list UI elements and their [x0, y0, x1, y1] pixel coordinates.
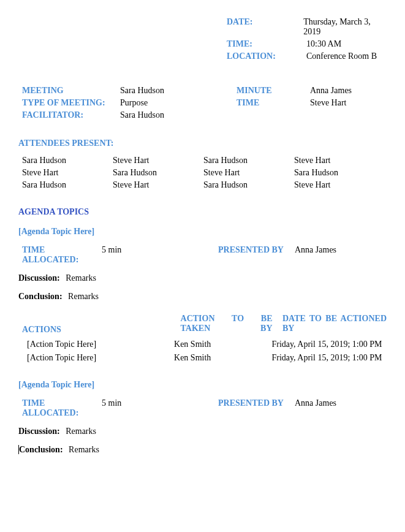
time-value: 10:30 AM — [306, 39, 341, 49]
conclusion-label: Conclusion: — [19, 445, 63, 454]
action-row: [Action Topic Here] Ken Smith Friday, Ap… — [18, 353, 387, 363]
attendee: Sara Hudson — [203, 156, 294, 165]
time-keeper-label: TIME — [237, 98, 310, 108]
conclusion-value: Remarks — [68, 292, 99, 301]
discussion-row: Discussion: Remarks — [18, 273, 387, 283]
attendee: Steve Hart — [203, 168, 294, 178]
attendee: Steve Hart — [22, 168, 113, 178]
discussion-value: Remarks — [66, 273, 96, 283]
meeting-meta: MEETING Sara Hudson MINUTE Anna James TY… — [22, 86, 387, 120]
time-allocated-label: TIME ALLOCATED: — [22, 245, 102, 265]
attendee: Sara Hudson — [113, 168, 203, 178]
minute-label: MINUTE — [237, 86, 310, 96]
actions-col-label: ACTIONS — [22, 325, 61, 335]
facilitator-value: Sara Hudson — [120, 110, 237, 120]
attendee: Steve Hart — [294, 156, 385, 165]
presented-by-value: Anna James — [295, 398, 336, 418]
attendees-list: Sara Hudson Steve Hart Sara Hudson Steve… — [22, 156, 387, 190]
conclusion-row: Conclusion: Remarks — [18, 292, 387, 302]
meeting-value: Sara Hudson — [120, 86, 237, 96]
discussion-label: Discussion: — [18, 427, 60, 436]
action-topic: [Action Topic Here] — [18, 340, 174, 349]
agenda-heading: AGENDA TOPICS — [18, 207, 387, 217]
type-value: Purpose — [120, 98, 237, 108]
attendees-heading: ATTENDEES PRESENT: — [18, 139, 387, 148]
attendee: Steve Hart — [113, 180, 203, 190]
facilitator-label: FACILITATOR: — [22, 110, 120, 120]
agenda-topic-title: [Agenda Topic Here] — [18, 227, 387, 237]
conclusion-label: Conclusion: — [18, 292, 62, 301]
attendee: Sara Hudson — [294, 168, 385, 178]
time-allocated-value: 5 min — [102, 398, 218, 418]
time-allocated-value: 5 min — [102, 245, 218, 265]
meeting-label: MEETING — [22, 86, 120, 96]
presented-by-label: PRESENTED BY — [218, 245, 295, 265]
type-label: TYPE OF MEETING: — [22, 98, 120, 108]
action-by: Ken Smith — [174, 353, 271, 363]
time-allocated-label: TIME ALLOCATED: — [22, 398, 102, 418]
action-row: [Action Topic Here] Ken Smith Friday, Ap… — [18, 340, 387, 349]
location-label: LOCATION: — [227, 51, 306, 61]
time-label: TIME: — [227, 39, 306, 49]
actions-section: ACTIONS ACTION TO BE TAKEN BY DATE TO BE… — [18, 314, 387, 363]
attendee: Sara Hudson — [203, 180, 294, 190]
location-value: Conference Room B — [306, 51, 377, 61]
action-topic: [Action Topic Here] — [18, 353, 174, 363]
action-date: Friday, April 15, 2019; 1:00 PM — [271, 340, 387, 349]
time-keeper-value: Steve Hart — [310, 98, 346, 108]
conclusion-row: Conclusion: Remarks — [18, 445, 387, 455]
conclusion-value: Remarks — [69, 445, 99, 454]
attendee: Steve Hart — [294, 180, 385, 190]
action-date: Friday, April 15, 2019; 1:00 PM — [271, 353, 387, 363]
attendee: Steve Hart — [113, 156, 203, 165]
attendee: Sara Hudson — [22, 156, 113, 165]
presented-by-label: PRESENTED BY — [218, 398, 295, 418]
action-taken-by-label: ACTION TO BE TAKEN BY — [181, 314, 273, 333]
discussion-row: Discussion: Remarks — [18, 427, 387, 436]
discussion-label: Discussion: — [18, 273, 60, 283]
agenda-topic-meta: TIME ALLOCATED: 5 min PRESENTED BY Anna … — [22, 398, 387, 418]
date-value: Thursday, March 3, 2019 — [303, 17, 387, 37]
presented-by-value: Anna James — [295, 245, 336, 265]
document-header: DATE: Thursday, March 3, 2019 TIME: 10:3… — [227, 17, 387, 61]
discussion-value: Remarks — [66, 427, 96, 436]
action-by: Ken Smith — [174, 340, 271, 349]
date-label: DATE: — [227, 17, 303, 37]
minute-value: Anna James — [310, 86, 352, 96]
agenda-topic-title: [Agenda Topic Here] — [18, 380, 387, 390]
action-date-label: DATE TO BE ACTIONED BY — [282, 314, 387, 333]
attendee: Sara Hudson — [22, 180, 113, 190]
agenda-topic-meta: TIME ALLOCATED: 5 min PRESENTED BY Anna … — [22, 245, 387, 265]
